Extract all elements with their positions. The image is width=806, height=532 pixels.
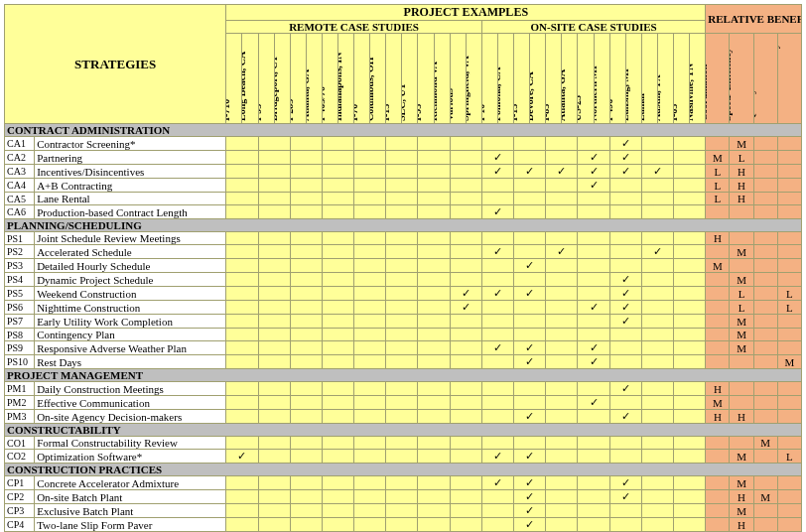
rel-cell: L (777, 287, 801, 301)
case-cell (641, 437, 673, 450)
case-cell (450, 355, 481, 369)
case-cell: ✓ (609, 301, 641, 315)
case-cell (481, 329, 513, 341)
case-cell (514, 193, 546, 205)
rel-cell (753, 410, 777, 424)
case-cell (546, 259, 578, 273)
rel-cell (753, 287, 777, 301)
row-name: Joint Schedule Review Meetings (35, 232, 226, 245)
case-col-city: Pomona, CA (497, 34, 513, 124)
case-cell (354, 396, 386, 410)
case-cell (290, 490, 322, 504)
rel-cell (730, 382, 753, 396)
case-cell (354, 232, 386, 245)
section-title: CONTRACT ADMINISTRATION (5, 124, 802, 137)
case-cell (386, 437, 418, 450)
case-cell (673, 245, 705, 259)
case-cell (322, 518, 353, 532)
case-cell: ✓ (578, 355, 609, 369)
rel-cell (706, 329, 730, 341)
case-cell (322, 355, 353, 369)
case-cell (226, 341, 258, 355)
rel-cell (753, 450, 777, 464)
case-cell (514, 437, 546, 450)
case-cell (514, 396, 546, 410)
row-code: PS8 (5, 329, 35, 341)
rel-col-header: Work Zone Safety (777, 34, 801, 124)
case-cell (322, 193, 353, 205)
case-cell (354, 410, 386, 424)
case-cell (609, 329, 641, 341)
row-code: PM3 (5, 410, 35, 424)
case-cell (673, 205, 705, 219)
case-cell (514, 329, 546, 341)
case-cell (578, 245, 609, 259)
case-cell (450, 137, 481, 151)
case-cell (226, 396, 258, 410)
case-cell (418, 151, 450, 165)
case-cell (322, 205, 353, 219)
case-cell (386, 396, 418, 410)
case-cell: ✓ (514, 504, 546, 518)
case-cell (290, 329, 322, 341)
case-cell (418, 301, 450, 315)
rel-cell (706, 450, 730, 464)
case-cell (386, 301, 418, 315)
rel-cell (706, 437, 730, 450)
rel-cell (777, 259, 801, 273)
case-cell (258, 165, 290, 179)
remote-header: REMOTE CASE STUDIES (226, 21, 482, 34)
case-cell (546, 396, 578, 410)
case-cell (386, 137, 418, 151)
case-cell (354, 518, 386, 532)
case-cell (641, 205, 673, 219)
case-cell (258, 490, 290, 504)
case-cell (673, 315, 705, 329)
rel-cell: M (753, 490, 777, 504)
case-cell (322, 315, 353, 329)
case-cell (481, 490, 513, 504)
case-cell (258, 193, 290, 205)
rel-col-header: Speed/ Efficiency (730, 34, 753, 124)
case-cell (322, 151, 353, 165)
table-row: CP4Two-lane Slip Form Paver✓H (5, 518, 802, 532)
case-cell (673, 450, 705, 464)
rel-cell (777, 315, 801, 329)
onsite-header: ON-SITE CASE STUDIES (481, 21, 705, 34)
rel-cell: H (730, 179, 753, 193)
rel-cell (706, 476, 730, 490)
case-col-city: Austin, TX (657, 34, 673, 124)
case-cell (609, 450, 641, 464)
row-code: PS6 (5, 301, 35, 315)
case-cell (641, 315, 673, 329)
case-cell (386, 179, 418, 193)
case-cell (290, 245, 322, 259)
rel-cell (706, 355, 730, 369)
row-name: Accelerated Schedule (35, 245, 226, 259)
table-row: PS7Early Utility Work Completion✓M (5, 315, 802, 329)
rel-cell: M (706, 151, 730, 165)
rel-cell (706, 341, 730, 355)
case-cell (641, 504, 673, 518)
case-cell (546, 137, 578, 151)
case-cell (609, 396, 641, 410)
case-cell (450, 504, 481, 518)
table-row: CA2Partnering✓✓✓ML (5, 151, 802, 165)
rel-cell (753, 205, 777, 219)
case-cell (578, 504, 609, 518)
case-cell (673, 193, 705, 205)
case-cell (386, 232, 418, 245)
rel-cell (777, 396, 801, 410)
case-cell (386, 193, 418, 205)
case-col-city: Bridgeport, CT (274, 34, 290, 124)
case-cell (226, 205, 258, 219)
case-cell (578, 490, 609, 504)
case-cell (609, 179, 641, 193)
case-cell: ✓ (514, 450, 546, 464)
row-name: Formal Constructability Review (35, 437, 226, 450)
case-cell: ✓ (450, 287, 481, 301)
case-cell (258, 437, 290, 450)
case-cell (641, 490, 673, 504)
rel-cell: L (777, 301, 801, 315)
case-cell (418, 396, 450, 410)
